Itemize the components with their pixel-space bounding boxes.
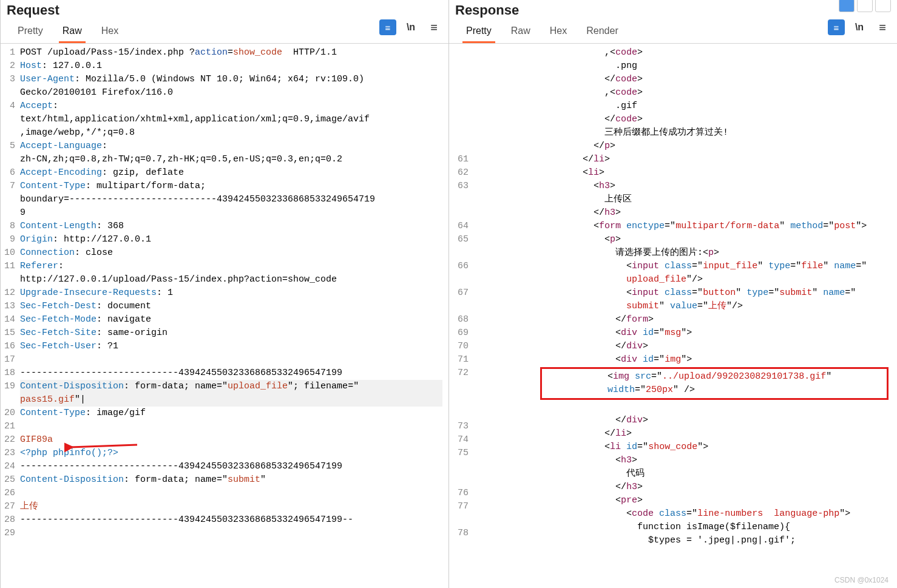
tab-pretty[interactable]: Pretty bbox=[14, 22, 47, 43]
request-pane: Request ≡ \n ≡ Pretty Raw Hex 1234567891… bbox=[0, 0, 448, 588]
menu-icon[interactable]: ≡ bbox=[425, 19, 442, 35]
tab-raw[interactable]: Raw bbox=[507, 22, 534, 43]
newline-icon[interactable]: \n bbox=[402, 19, 419, 35]
response-title: Response bbox=[455, 2, 519, 22]
response-body[interactable]: 616263646566676869707172737475767778 ,<c… bbox=[449, 43, 897, 588]
tab-render[interactable]: Render bbox=[583, 22, 621, 43]
layout-side-icon[interactable] bbox=[839, 0, 855, 12]
tab-hex[interactable]: Hex bbox=[98, 22, 122, 43]
layout-single-icon[interactable] bbox=[875, 0, 891, 12]
request-body[interactable]: 1234567891011121314151617181920212223242… bbox=[1, 43, 448, 588]
tab-hex[interactable]: Hex bbox=[546, 22, 570, 43]
tab-pretty[interactable]: Pretty bbox=[462, 22, 495, 43]
menu-icon[interactable]: ≡ bbox=[874, 19, 891, 35]
tab-raw[interactable]: Raw bbox=[59, 22, 86, 43]
wrap-icon[interactable]: ≡ bbox=[828, 19, 845, 35]
response-pane: Response ≡ \n ≡ Pretty Raw Hex Render 61… bbox=[448, 0, 897, 588]
watermark: CSDN @0x1024 bbox=[834, 576, 889, 584]
newline-icon[interactable]: \n bbox=[851, 19, 868, 35]
response-header: Response ≡ \n ≡ bbox=[449, 0, 897, 22]
request-header: Request ≡ \n ≡ bbox=[1, 0, 448, 22]
layout-top-icon[interactable] bbox=[857, 0, 873, 12]
layout-toggle[interactable] bbox=[839, 0, 891, 12]
request-title: Request bbox=[7, 2, 59, 22]
wrap-icon[interactable]: ≡ bbox=[379, 19, 396, 35]
